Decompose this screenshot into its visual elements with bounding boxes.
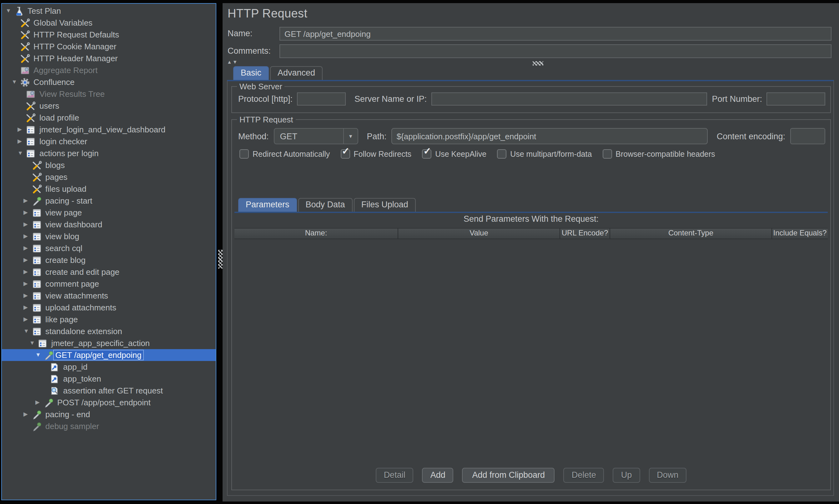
chevron-down-icon[interactable]: ▼ — [343, 129, 358, 144]
triangle-right-icon[interactable]: ▶ — [23, 409, 32, 420]
detail-button[interactable]: Detail — [376, 468, 414, 483]
column-header-include-equals[interactable]: Include Equals? — [771, 229, 828, 238]
tree-item[interactable]: debug sampler — [2, 420, 216, 432]
triangle-right-icon[interactable]: ▶ — [17, 136, 25, 147]
protocol-input[interactable] — [297, 92, 346, 106]
tab-basic[interactable]: Basic — [233, 66, 269, 80]
tab-advanced[interactable]: Advanced — [270, 66, 323, 80]
triangle-right-icon[interactable]: ▶ — [23, 302, 32, 313]
triangle-right-icon[interactable]: ▶ — [23, 242, 32, 254]
comments-input[interactable] — [279, 44, 832, 58]
triangle-down-icon[interactable]: ▼ — [23, 325, 32, 337]
triangle-right-icon[interactable]: ▶ — [23, 254, 32, 266]
path-input[interactable] — [392, 128, 708, 144]
tree-item[interactable]: app_token — [2, 373, 216, 385]
tree-item[interactable]: ▶pacing - start — [2, 195, 216, 207]
tree-item[interactable]: View Results Tree — [2, 88, 216, 100]
tree-item[interactable]: HTTP Request Defaults — [2, 29, 216, 41]
tree-item[interactable]: files upload — [2, 183, 216, 195]
column-header-content-type[interactable]: Content-Type — [610, 229, 771, 238]
tree-item[interactable]: ▶view blog — [2, 231, 216, 242]
checkbox-icon[interactable] — [497, 149, 507, 159]
triangle-right-icon[interactable]: ▶ — [35, 397, 44, 409]
column-header-value[interactable]: Value — [398, 229, 560, 238]
tree-item[interactable]: ▶jmeter_login_and_view_dashboard — [2, 124, 216, 136]
triangle-down-icon[interactable]: ▼ — [6, 5, 14, 17]
column-header-url-encode[interactable]: URL Encode? — [560, 229, 610, 238]
triangle-right-icon[interactable]: ▶ — [23, 219, 32, 231]
delete-button[interactable]: Delete — [564, 468, 604, 483]
triangle-right-icon[interactable]: ▶ — [23, 313, 32, 325]
tree-item[interactable]: app_id — [2, 361, 216, 373]
tree-item[interactable]: ▼Confluence — [2, 76, 216, 88]
tree-item[interactable]: ▶create blog — [2, 254, 216, 266]
tree-item[interactable]: ▶pacing - end — [2, 409, 216, 420]
tree-item[interactable]: ▶search cql — [2, 242, 216, 254]
tree-item[interactable]: ▼actions per login — [2, 147, 216, 159]
triangle-down-icon[interactable]: ▼ — [29, 337, 37, 349]
tree-item-label: view attachments — [44, 290, 110, 301]
tab-files-upload[interactable]: Files Upload — [354, 198, 416, 212]
triangle-down-icon[interactable]: ▼ — [12, 76, 20, 88]
triangle-right-icon[interactable]: ▶ — [23, 231, 32, 242]
tree-item[interactable]: ▶comment page — [2, 278, 216, 290]
tree-item[interactable]: ▼standalone extension — [2, 325, 216, 337]
collapse-down-icon[interactable]: ▼ — [233, 59, 238, 65]
editor-splitter-grip[interactable] — [533, 61, 543, 66]
triangle-right-icon[interactable]: ▶ — [23, 278, 32, 290]
tree-item[interactable]: HTTP Cookie Manager — [2, 41, 216, 52]
use-multipart-form-data-checkbox[interactable]: Use multipart/form-data — [497, 149, 592, 159]
browser-compatible-headers-checkbox[interactable]: Browser-compatible headers — [602, 149, 715, 159]
follow-redirects-checkbox[interactable]: ✓Follow Redirects — [340, 149, 411, 159]
panel-splitter-grip[interactable] — [218, 250, 223, 269]
tree-item[interactable]: ▶POST /app/post_endpoint — [2, 397, 216, 409]
tree-item[interactable]: ▶view page — [2, 207, 216, 219]
triangle-right-icon[interactable]: ▶ — [17, 124, 25, 136]
checkbox-icon[interactable]: ✓ — [422, 149, 431, 159]
triangle-down-icon[interactable]: ▼ — [17, 147, 25, 159]
collapse-up-icon[interactable]: ▲ — [227, 59, 233, 65]
tree-item[interactable]: Aggregate Report — [2, 64, 216, 76]
name-input[interactable] — [279, 27, 832, 41]
tree-item[interactable]: HTTP Header Manager — [2, 52, 216, 64]
tree-item[interactable]: ▶view dashboard — [2, 219, 216, 231]
checkbox-icon[interactable] — [239, 149, 249, 159]
tree-item[interactable]: blogs — [2, 159, 216, 171]
checkbox-icon[interactable]: ✓ — [340, 149, 350, 159]
tree-item[interactable]: ▼jmeter_app_specific_action — [2, 337, 216, 349]
method-dropdown[interactable]: GET ▼ — [274, 128, 358, 144]
port-number-input[interactable] — [767, 92, 825, 106]
checkbox-icon[interactable] — [602, 149, 612, 159]
column-header-name[interactable]: Name: — [235, 229, 398, 238]
protocol-label: Protocol [http]: — [238, 94, 293, 104]
collapse-arrows[interactable]: ▲▼ — [227, 59, 238, 65]
tab-body-data[interactable]: Body Data — [298, 198, 353, 212]
tree-item[interactable]: ▶login checker — [2, 136, 216, 147]
tree-item[interactable]: ▼GET /app/get_endpoing — [2, 349, 216, 361]
tree-item[interactable]: ▶upload attachments — [2, 302, 216, 313]
tree-item[interactable]: ▶create and edit page — [2, 266, 216, 278]
use-keepalive-checkbox[interactable]: ✓Use KeepAlive — [422, 149, 486, 159]
add-button[interactable]: Add — [422, 468, 453, 483]
up-button[interactable]: Up — [613, 468, 640, 483]
triangle-right-icon[interactable]: ▶ — [23, 290, 32, 302]
tree-item[interactable]: pages — [2, 171, 216, 183]
http-request-editor-panel: HTTP Request Name: Comments: ▲▼ BasicAdv… — [223, 3, 839, 502]
tree-item[interactable]: ▼Test Plan — [2, 5, 216, 17]
tree-item[interactable]: users — [2, 100, 216, 112]
triangle-right-icon[interactable]: ▶ — [23, 207, 32, 219]
triangle-right-icon[interactable]: ▶ — [23, 266, 32, 278]
down-button[interactable]: Down — [649, 468, 686, 483]
triangle-down-icon[interactable]: ▼ — [35, 349, 44, 361]
redirect-automatically-checkbox[interactable]: Redirect Automatically — [239, 149, 330, 159]
triangle-right-icon[interactable]: ▶ — [23, 195, 32, 207]
content-encoding-input[interactable] — [790, 128, 825, 144]
tree-item[interactable]: ▶like page — [2, 313, 216, 325]
server-name-input[interactable] — [431, 92, 707, 106]
tree-item[interactable]: Global Variables — [2, 17, 216, 29]
add-from-clipboard-button[interactable]: Add from Clipboard — [462, 468, 555, 483]
tree-item[interactable]: load profile — [2, 112, 216, 124]
tab-parameters[interactable]: Parameters — [238, 198, 297, 212]
tree-item[interactable]: assertion after GET request — [2, 385, 216, 397]
tree-item[interactable]: ▶view attachments — [2, 290, 216, 302]
